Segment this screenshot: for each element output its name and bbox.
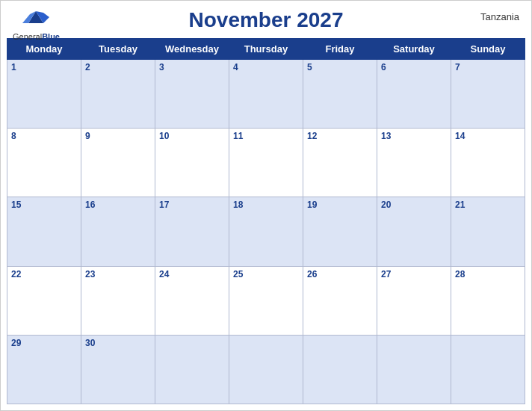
country-label: Tanzania: [480, 11, 519, 22]
calendar-day-cell: [377, 335, 451, 404]
calendar-day-cell: 4: [229, 60, 303, 129]
calendar-day-cell: 28: [451, 266, 525, 335]
calendar-day-cell: 20: [377, 197, 451, 266]
day-number: 12: [307, 131, 373, 141]
calendar-day-cell: 9: [81, 129, 155, 197]
calendar-day-cell: 26: [303, 266, 377, 335]
day-number: 28: [455, 269, 521, 279]
calendar-day-cell: 17: [155, 197, 229, 266]
day-number: 4: [233, 62, 299, 72]
calendar-day-cell: 6: [377, 60, 451, 129]
calendar-day-cell: 3: [155, 60, 229, 129]
calendar-day-cell: 5: [303, 60, 377, 129]
calendar-day-cell: [229, 335, 303, 404]
calendar-day-cell: 10: [155, 129, 229, 197]
day-number: 11: [233, 131, 299, 141]
weekday-header-row: Monday Tuesday Wednesday Thursday Friday…: [7, 39, 525, 60]
calendar-week-row: 2930: [7, 335, 525, 404]
day-number: 17: [159, 200, 225, 210]
calendar-day-cell: 30: [81, 335, 155, 404]
day-number: 18: [233, 200, 299, 210]
calendar-day-cell: 18: [229, 197, 303, 266]
day-number: 23: [85, 269, 151, 279]
calendar-body: 1234567891011121314151617181920212223242…: [7, 60, 525, 404]
day-number: 30: [85, 338, 151, 348]
day-number: 2: [85, 62, 151, 72]
calendar-day-cell: 27: [377, 266, 451, 335]
calendar-week-row: 1234567: [7, 60, 525, 129]
calendar-day-cell: 19: [303, 197, 377, 266]
calendar-day-cell: 14: [451, 129, 525, 197]
calendar-day-cell: 29: [7, 335, 81, 404]
calendar-day-cell: 1: [7, 60, 81, 129]
day-number: 24: [159, 269, 225, 279]
logo-area: GeneralBlue: [13, 7, 60, 43]
day-number: 27: [381, 269, 447, 279]
calendar-table: Monday Tuesday Wednesday Thursday Friday…: [7, 38, 525, 404]
col-sunday: Sunday: [451, 39, 525, 60]
calendar-day-cell: 7: [451, 60, 525, 129]
calendar-header: GeneralBlue November 2027 Tanzania: [1, 1, 531, 35]
calendar-day-cell: 11: [229, 129, 303, 197]
calendar-day-cell: 21: [451, 197, 525, 266]
day-number: 26: [307, 269, 373, 279]
col-saturday: Saturday: [377, 39, 451, 60]
calendar-day-cell: 13: [377, 129, 451, 197]
col-friday: Friday: [303, 39, 377, 60]
day-number: 9: [85, 131, 151, 141]
day-number: 25: [233, 269, 299, 279]
logo-general: General: [13, 32, 42, 41]
calendar-day-cell: 25: [229, 266, 303, 335]
day-number: 22: [11, 269, 77, 279]
calendar-day-cell: 15: [7, 197, 81, 266]
calendar-page: GeneralBlue November 2027 Tanzania Monda…: [0, 0, 532, 411]
calendar-day-cell: 22: [7, 266, 81, 335]
day-number: 29: [11, 338, 77, 348]
calendar-day-cell: 24: [155, 266, 229, 335]
day-number: 7: [455, 62, 521, 72]
calendar-day-cell: 16: [81, 197, 155, 266]
calendar-day-cell: 23: [81, 266, 155, 335]
day-number: 1: [11, 62, 77, 72]
day-number: 16: [85, 200, 151, 210]
calendar-week-row: 891011121314: [7, 129, 525, 197]
calendar-week-row: 22232425262728: [7, 266, 525, 335]
day-number: 15: [11, 200, 77, 210]
calendar-day-cell: [155, 335, 229, 404]
day-number: 21: [455, 200, 521, 210]
col-tuesday: Tuesday: [81, 39, 155, 60]
calendar-day-cell: 8: [7, 129, 81, 197]
day-number: 19: [307, 200, 373, 210]
day-number: 3: [159, 62, 225, 72]
day-number: 8: [11, 131, 77, 141]
generalblue-logo-icon: [22, 7, 49, 28]
calendar-wrapper: Monday Tuesday Wednesday Thursday Friday…: [1, 35, 531, 410]
calendar-day-cell: [303, 335, 377, 404]
day-number: 14: [455, 131, 521, 141]
calendar-day-cell: [451, 335, 525, 404]
day-number: 20: [381, 200, 447, 210]
day-number: 5: [307, 62, 373, 72]
col-thursday: Thursday: [229, 39, 303, 60]
day-number: 10: [159, 131, 225, 141]
logo-text: GeneralBlue: [13, 29, 60, 43]
calendar-day-cell: 12: [303, 129, 377, 197]
day-number: 13: [381, 131, 447, 141]
calendar-day-cell: 2: [81, 60, 155, 129]
logo-blue: Blue: [42, 32, 60, 41]
month-title: November 2027: [13, 8, 519, 32]
col-wednesday: Wednesday: [155, 39, 229, 60]
calendar-week-row: 15161718192021: [7, 197, 525, 266]
day-number: 6: [381, 62, 447, 72]
